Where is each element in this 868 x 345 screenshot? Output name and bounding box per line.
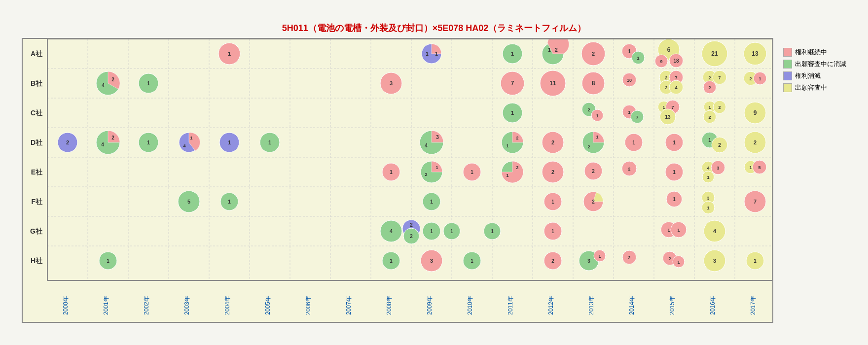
row-label-d: D社 <box>31 138 43 146</box>
label-h-2014-p: 2 <box>628 255 630 260</box>
label-e-2014-p: 2 <box>628 167 630 172</box>
label-c-2017: 9 <box>754 109 757 116</box>
label-d-2003-2: 4 <box>183 143 185 148</box>
label-g-2010: 1 <box>450 229 453 234</box>
label-d-2016-2: 2 <box>718 142 721 148</box>
label-e-2009-1: 1 <box>435 165 438 170</box>
label-f-2004: 1 <box>228 199 231 205</box>
label-d-2003-1: 1 <box>190 136 192 140</box>
svg-text:2012年: 2012年 <box>547 296 554 315</box>
label-a-2011: 1 <box>511 51 514 57</box>
label-g-2015-2: 1 <box>677 228 680 233</box>
label-e-2016-3: 1 <box>707 175 709 180</box>
row-label-b: B社 <box>31 79 43 87</box>
label-a-2013: 2 <box>592 51 595 57</box>
label-g-2015-1: 1 <box>667 228 670 233</box>
label-d-2002: 1 <box>147 139 150 145</box>
label-d-2001-1: 2 <box>111 135 114 140</box>
svg-text:2015年: 2015年 <box>669 296 676 315</box>
label-d-2004: 1 <box>228 139 231 145</box>
label-c-2013-p: 1 <box>596 113 598 118</box>
label-c-2016-2: 2 <box>718 105 721 110</box>
label-d-2015: 1 <box>673 140 676 145</box>
label-b-2012: 11 <box>549 80 556 87</box>
label-c-2014-g: 7 <box>636 115 638 120</box>
label-c-2015-2: 7 <box>671 105 674 110</box>
col-label-2001: 2001年 <box>103 296 109 315</box>
label-d-2013-1: 1 <box>596 135 598 139</box>
label-a-2012-2: 1 <box>548 47 551 53</box>
label-a-2004: 1 <box>228 51 231 57</box>
svg-text:2007年: 2007年 <box>345 296 352 315</box>
row-label-a: A社 <box>31 50 43 58</box>
label-a-2017-y: 13 <box>752 50 759 57</box>
label-f-2015: 1 <box>673 197 676 202</box>
svg-text:2002年: 2002年 <box>143 296 150 315</box>
col-label-2012: 2012年 <box>547 296 554 315</box>
label-a-2016-y: 21 <box>711 50 718 57</box>
label-a-2014-1: 1 <box>628 49 631 54</box>
label-e-2011-2: 1 <box>506 173 508 178</box>
svg-text:2005年: 2005年 <box>264 296 271 315</box>
label-a-2012-1: 2 <box>555 47 558 53</box>
label-b-2008: 3 <box>390 80 393 86</box>
chart-title: 5H011（電池の電槽・外装及び封口）×5E078 HA02（ラミネートフィルム… <box>282 22 586 34</box>
label-e-2016-2: 3 <box>717 166 719 171</box>
row-label-c: C社 <box>31 109 43 117</box>
col-label-2011: 2011年 <box>507 296 514 315</box>
label-f-2016-1: 3 <box>707 196 709 201</box>
col-label-2014: 2014年 <box>628 296 635 315</box>
label-a-2009-l: 1 <box>426 51 429 57</box>
label-f-2013: 2 <box>592 199 595 205</box>
label-b-2016-1: 2 <box>708 75 711 80</box>
label-h-2012: 2 <box>551 258 554 264</box>
label-h-2008: 1 <box>390 258 393 264</box>
legend-color-yellow <box>783 83 792 92</box>
col-label-2000: 2000年 <box>62 296 69 315</box>
main-chart-svg: A社 B社 C社 D社 E社 F社 G社 H社 2000年 2001年 2002… <box>23 39 772 320</box>
svg-text:2011年: 2011年 <box>507 296 514 315</box>
label-e-2017-2: 5 <box>758 165 760 170</box>
svg-text:2009年: 2009年 <box>426 296 433 315</box>
svg-text:2017年: 2017年 <box>750 296 757 315</box>
label-b-2015-y2: 2 <box>665 85 667 90</box>
label-h-2015-2: 1 <box>677 260 680 265</box>
row-label-h: H社 <box>31 257 43 265</box>
svg-text:2016年: 2016年 <box>709 296 716 315</box>
label-g-2008-g: 4 <box>390 228 393 234</box>
label-e-2016-1: 4 <box>707 166 709 171</box>
label-e-2011-1: 2 <box>516 165 518 170</box>
label-a-2014-2: 1 <box>637 56 639 61</box>
col-label-2010: 2010年 <box>467 296 473 315</box>
legend-label-yellow: 出願審査中 <box>795 83 827 92</box>
col-label-2016: 2016年 <box>709 296 716 315</box>
label-a-2009-r: 1 <box>435 51 438 57</box>
legend-label-blue: 権利消滅 <box>795 71 821 80</box>
chart-area: A社 B社 C社 D社 E社 F社 G社 H社 2000年 2001年 2002… <box>22 38 773 323</box>
legend-color-pink <box>783 48 792 57</box>
label-c-2016-1: 1 <box>708 105 711 110</box>
label-b-2016-2: 7 <box>718 75 721 80</box>
label-b-2017-1: 2 <box>749 76 752 81</box>
svg-text:2001年: 2001年 <box>103 296 109 315</box>
label-f-2009: 1 <box>430 199 433 205</box>
label-b-2013: 8 <box>592 80 595 87</box>
col-label-2009: 2009年 <box>426 296 433 315</box>
label-d-2017: 2 <box>754 139 757 145</box>
label-d-2013-2: 2 <box>587 144 590 149</box>
row-label-g: G社 <box>30 227 43 235</box>
label-c-2011: 1 <box>511 110 514 116</box>
svg-text:2014年: 2014年 <box>628 296 635 315</box>
label-b-2015-y1: 2 <box>665 75 667 80</box>
legend-item-green: 出願審査中に消滅 <box>783 60 846 69</box>
row-label-e: E社 <box>31 168 43 176</box>
main-container: 5H011（電池の電槽・外装及び封口）×5E078 HA02（ラミネートフィルム… <box>0 0 868 345</box>
col-label-2003: 2003年 <box>183 296 190 315</box>
label-h-2009: 3 <box>430 258 433 264</box>
label-d-2012: 2 <box>551 139 554 145</box>
legend-label-green: 出願審査中に消滅 <box>795 60 846 69</box>
svg-text:2000年: 2000年 <box>62 296 69 315</box>
label-g-2008-b1: 2 <box>410 222 413 228</box>
label-h-2013-g: 3 <box>587 258 590 264</box>
legend-label-pink: 権利継続中 <box>795 48 827 57</box>
